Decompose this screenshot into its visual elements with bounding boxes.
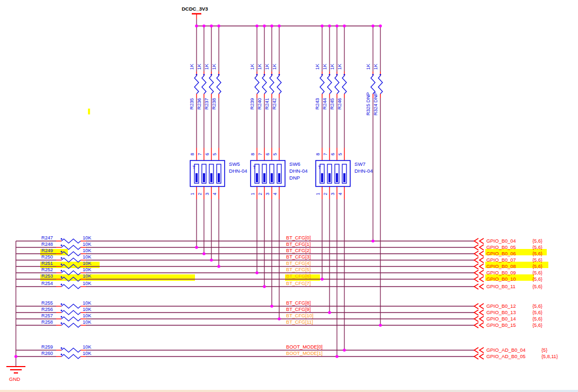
- pullup-ref-R245: R245: [330, 98, 335, 110]
- switch-pin-number: 6: [265, 153, 270, 155]
- switch-actuator: [271, 173, 273, 182]
- offpage-label-GPIO_B0_14: GPIO_B0_14: [486, 316, 516, 322]
- switch-actuator: [263, 173, 265, 182]
- junction-dot-gnd-bus: [14, 355, 17, 358]
- offpage-label-GPIO_B0_13: GPIO_B0_13: [486, 309, 516, 315]
- schematic-drawing: 1KR2351KR2361KR2371KR2381KR2391KR2401KR2…: [0, 0, 578, 392]
- switch-pin-number: 2: [197, 192, 202, 195]
- pullup-ref-R242: R242: [272, 98, 277, 110]
- pullup-value-R237: 1K: [204, 64, 209, 70]
- resistor-pin-dot: [61, 270, 63, 272]
- switch-actuator: [203, 173, 205, 182]
- page-ref-GPIO_AD_B0_04: {5}: [541, 348, 547, 353]
- switch-orientation-mark-SW7: T: [318, 165, 321, 170]
- junction-dot-rail: [195, 24, 198, 28]
- pullup-value-R238: 1K: [211, 64, 217, 70]
- net-label-BT_CFG[2]: BT_CFG[2]: [286, 248, 310, 253]
- offpage-label-GPIO_B0_09: GPIO_B0_09: [486, 270, 516, 275]
- net-label-BOOT_MODE[1]: BOOT_MODE[1]: [286, 351, 323, 356]
- resistor-pin-dot: [256, 74, 258, 76]
- resistor-pin-dot: [271, 74, 273, 76]
- junction-dot-row: [202, 252, 206, 255]
- pullup-value-R324 DNP: 1K: [373, 64, 378, 70]
- junction-dot-rail: [217, 24, 220, 28]
- series-value-R258: 10K: [83, 319, 92, 325]
- page-ref-GPIO_B0_13: {5,6}: [532, 310, 543, 315]
- page-ref-GPIO_B0_05: {5,6}: [532, 245, 543, 250]
- series-ref-R260: R260: [41, 351, 53, 356]
- series-ref-R259: R259: [41, 344, 53, 350]
- junction-dot-rail: [210, 24, 213, 28]
- net-label-BT_CFG[1]: BT_CFG[1]: [286, 242, 310, 247]
- pullup-value-R240: 1K: [257, 64, 262, 70]
- switch-pin-number: 6: [330, 153, 335, 155]
- series-ref-R253: R253: [41, 273, 53, 279]
- series-value-R254: 10K: [83, 281, 92, 286]
- junction-dot-row: [379, 324, 382, 327]
- resistor-pin-dot: [322, 74, 323, 76]
- net-label-BT_CFG[3]: BT_CFG[3]: [286, 254, 310, 260]
- switch-actuator: [278, 173, 280, 182]
- junction-dot-row: [371, 239, 375, 243]
- page-ref-GPIO_B0_14: {5,6}: [532, 316, 543, 322]
- switch-actuator: [210, 173, 212, 182]
- net-label-BT_CFG[0]: BT_CFG[0]: [286, 235, 310, 240]
- switch-pin-number: 8: [250, 153, 255, 155]
- pullup-ref-R324 DNP: R324 DNP: [373, 92, 378, 115]
- switch-ref-SW7: SW7: [354, 161, 366, 167]
- net-label-BOOT_MODE[0]: BOOT_MODE[0]: [286, 344, 323, 350]
- schematic-background: [0, 0, 578, 392]
- series-ref-R258: R258: [41, 319, 53, 325]
- switch-pin-number: 4: [272, 192, 278, 195]
- resistor-pin-dot: [61, 245, 63, 246]
- series-value-R256: 10K: [83, 307, 92, 312]
- resistor-pin-dot: [218, 74, 220, 76]
- switch-pin-number: 2: [257, 192, 263, 195]
- series-value-R260: 10K: [83, 351, 92, 356]
- ground-label: GND: [9, 376, 20, 382]
- switch-pin-number: 1: [315, 192, 321, 195]
- switch-pin-number: 1: [190, 192, 195, 195]
- offpage-label-GPIO_B0_06: GPIO_B0_06: [486, 251, 516, 256]
- page-ref-GPIO_B0_06: {5,6}: [532, 251, 543, 256]
- switch-pin-number: 7: [323, 153, 328, 155]
- junction-dot-rail: [321, 24, 324, 28]
- highlight-stray-mark: [88, 109, 90, 114]
- resistor-pin-dot: [344, 74, 345, 76]
- pullup-value-R246: 1K: [337, 64, 342, 70]
- page-ref-GPIO_B0_15: {5,6}: [532, 323, 543, 328]
- junction-dot-row: [255, 271, 259, 274]
- resistor-pin-dot: [61, 238, 63, 240]
- switch-orientation-mark-SW5: T: [192, 165, 195, 170]
- series-ref-R247: R247: [41, 235, 53, 240]
- offpage-label-GPIO_AD_B0_04: GPIO_AD_B0_04: [486, 347, 526, 353]
- net-label-BT_CFG[11]: BT_CFG[11]: [286, 319, 313, 325]
- pullup-ref-R238: R238: [211, 98, 217, 110]
- net-label-BT_CFG[6]: BT_CFG[6]: [286, 273, 310, 279]
- offpage-label-GPIO_B0_08: GPIO_B0_08: [486, 263, 516, 269]
- switch-pin-number: 3: [204, 192, 210, 195]
- pullup-ref-R235: R235: [189, 98, 194, 110]
- junction-dot-rail: [371, 24, 375, 28]
- junction-dot-row: [278, 317, 281, 320]
- switch-pin-number: 1: [250, 192, 255, 195]
- offpage-label-GPIO_B0_15: GPIO_B0_15: [486, 322, 516, 328]
- pullup-value-R245: 1K: [330, 64, 335, 70]
- offpage-label-GPIO_B0_11: GPIO_B0_11: [486, 283, 515, 289]
- junction-dot-rail: [263, 24, 266, 28]
- resistor-pin-dot: [61, 323, 63, 324]
- window-edge-strip: [0, 390, 578, 392]
- resistor-pin-dot: [61, 316, 63, 318]
- resistor-pin-dot: [61, 277, 63, 278]
- net-label-BT_CFG[9]: BT_CFG[9]: [286, 307, 310, 312]
- pullup-value-R239: 1K: [250, 64, 255, 70]
- series-value-R252: 10K: [83, 267, 92, 272]
- offpage-label-GPIO_B0_04: GPIO_B0_04: [486, 238, 516, 244]
- switch-actuator: [336, 173, 338, 182]
- pullup-ref-R244: R244: [322, 98, 327, 110]
- junction-dot-row: [343, 349, 346, 352]
- junction-dot-row: [195, 246, 198, 249]
- switch-ref-SW6: SW6: [289, 161, 300, 167]
- junction-dot-rail: [343, 24, 346, 28]
- page-ref-GPIO_B0_12: {5,6}: [532, 304, 543, 309]
